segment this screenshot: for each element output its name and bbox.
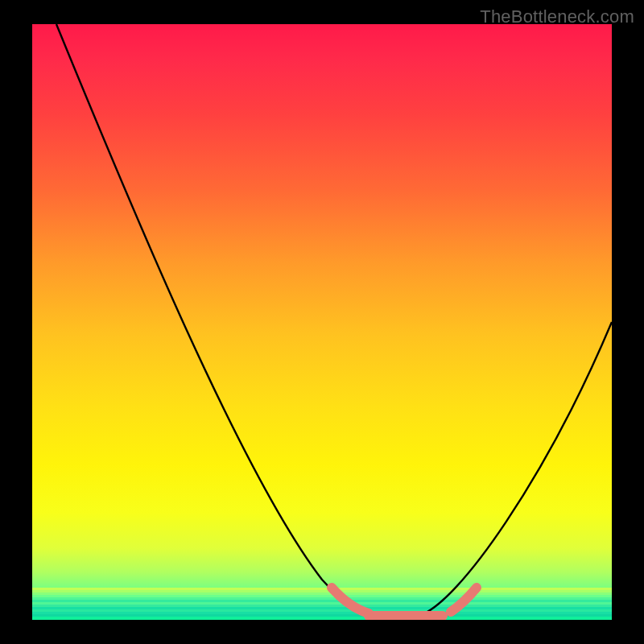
bottleneck-curve <box>56 24 612 617</box>
watermark-text: TheBottleneck.com <box>480 6 634 27</box>
chart-frame: TheBottleneck.com <box>0 0 644 644</box>
plot-area <box>32 24 612 620</box>
bottleneck-curve-svg <box>32 24 612 620</box>
highlight-left <box>332 588 369 613</box>
highlight-right <box>451 588 477 612</box>
